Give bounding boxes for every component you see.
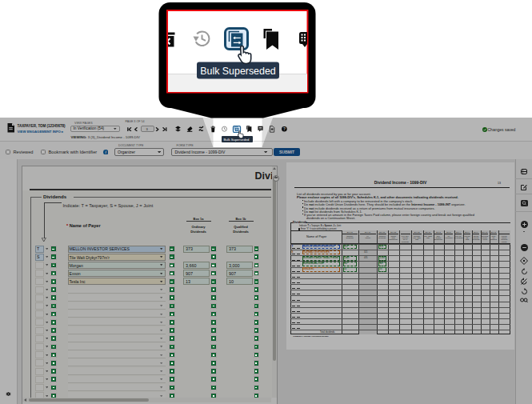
svg-text:Bulk Superseded: Bulk Superseded (200, 66, 275, 77)
